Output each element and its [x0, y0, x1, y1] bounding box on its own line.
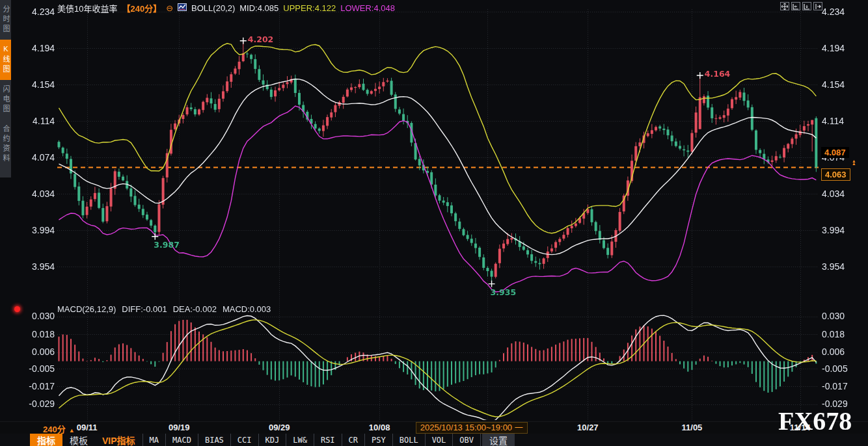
price-tick-label: 4.234 [822, 7, 867, 18]
price-pin-icon[interactable]: ▲▲ [852, 160, 856, 165]
macd-tick-label: -0.017 [822, 381, 867, 392]
selected-bar-time-badge: 2025/10/13 15:00~19:00 一 [416, 422, 528, 434]
price-tick-label: 4.154 [9, 79, 55, 90]
macd-dea-value: DEA:-0.002 [173, 304, 217, 314]
price-tick-label: 4.234 [9, 7, 55, 18]
date-tick-label: 09/29 [269, 423, 290, 432]
price-tick-label: 4.034 [822, 189, 867, 200]
reference-price-marker: 4.087 [821, 147, 849, 158]
tab-PSY[interactable]: PSY [364, 434, 392, 446]
price-tick-label: 4.194 [9, 43, 55, 54]
macd-macd-value: MACD:0.003 [223, 304, 271, 314]
boll-upper-value: UPPER:4.122 [283, 3, 336, 13]
sidebar-item-kline[interactable]: K线图 [0, 40, 11, 80]
price-tick-label: 4.114 [822, 116, 867, 127]
tab-CR[interactable]: CR [342, 434, 364, 446]
watermark: FX678 [778, 406, 852, 436]
price-tick-label: 4.114 [9, 116, 55, 127]
sidebar-item-contract-info[interactable]: 合约资料 [0, 120, 11, 169]
macd-tick-label: -0.005 [822, 363, 867, 374]
date-tick-label: 11/05 [682, 423, 703, 432]
price-tick-label: 4.154 [822, 79, 867, 90]
view-sidebar: 分时图 K线图 闪电图 合约资料 [0, 0, 11, 177]
tab-BOLL[interactable]: BOLL [392, 434, 425, 446]
x-axis-scale-icon[interactable] [791, 2, 800, 10]
macd-tick-label: 0.018 [822, 329, 867, 340]
tab-VOL[interactable]: VOL [425, 434, 453, 446]
price-tick-label: 4.194 [822, 43, 867, 54]
interval-tag: 【240分】 [122, 2, 161, 14]
date-tick-label: 09/19 [169, 423, 190, 432]
macd-indicator-label: MACD(26,12,9) [57, 304, 116, 314]
y-axis-scale-icon[interactable] [802, 2, 811, 10]
macd-tick-label: 0.006 [9, 347, 55, 358]
boll-mid-value: MID:4.085 [239, 3, 278, 13]
tab-KDJ[interactable]: KDJ [258, 434, 286, 446]
tab-VIP指标[interactable]: VIP指标 [95, 434, 142, 446]
chart-toolbar [780, 2, 822, 10]
tab-设置[interactable]: 设置 [482, 434, 515, 446]
collapse-panel-icon[interactable] [813, 2, 822, 10]
tab-MACD[interactable]: MACD [165, 434, 198, 446]
pan-icon[interactable] [780, 2, 789, 10]
macd-settings-icon[interactable] [14, 306, 20, 312]
collapse-indicator-icon[interactable]: ⊖ [166, 3, 173, 13]
price-tick-label: 3.954 [9, 261, 55, 272]
tab-CCI[interactable]: CCI [230, 434, 258, 446]
macd-header: MACD(26,12,9) DIFF:-0.001 DEA:-0.002 MAC… [57, 304, 271, 314]
date-tick-label: 10/27 [577, 423, 599, 432]
date-tick-label: 10/08 [369, 423, 390, 432]
macd-tick-label: 0.006 [822, 347, 867, 358]
tab-MA[interactable]: MA [142, 434, 165, 446]
price-tick-label: 3.954 [822, 261, 867, 272]
boll-indicator-label: BOLL(20,2) [191, 3, 235, 13]
tab-RSI[interactable]: RSI [314, 434, 342, 446]
chevron-up-icon: ▲ [69, 427, 75, 434]
macd-tick-label: 0.018 [9, 329, 55, 340]
indicator-chart-icon[interactable] [178, 3, 187, 13]
macd-tick-label: 0.030 [9, 311, 55, 322]
sidebar-item-flash[interactable]: 闪电图 [0, 80, 11, 120]
boll-lower-value: LOWER:4.048 [340, 3, 395, 13]
macd-tick-label: 0.030 [822, 311, 867, 322]
tab-指标[interactable]: 指标 [30, 434, 62, 446]
sidebar-item-timeline[interactable]: 分时图 [0, 0, 11, 40]
price-tick-label: 4.034 [9, 189, 55, 200]
price-tick-label: 3.994 [822, 225, 867, 236]
date-tick-label: 09/11 [77, 423, 98, 432]
macd-tick-label: -0.005 [9, 363, 55, 374]
date-axis-row: 240分▲ 2025/10/13 15:00~19:00 一 09/1109/1… [0, 421, 868, 434]
chart-header: 美债10年收益率 【240分】 ⊖ BOLL(20,2) MID:4.085 U… [57, 2, 395, 14]
tab-OBV[interactable]: OBV [452, 434, 481, 446]
tab-LW&[interactable]: LW& [286, 434, 314, 446]
kline-chart-app: 分时图 K线图 闪电图 合约资料 美债10年收益率 【240分】 ⊖ BOLL(… [0, 0, 868, 446]
main-chart-canvas[interactable] [0, 0, 868, 446]
macd-diff-value: DIFF:-0.001 [122, 304, 167, 314]
macd-tick-label: -0.017 [9, 381, 55, 392]
symbol-title: 美债10年收益率 [57, 2, 117, 14]
tab-BIAS[interactable]: BIAS [198, 434, 230, 446]
tab-模板[interactable]: 模板 [62, 434, 95, 446]
indicator-tabbar: 指标模板VIP指标MAMACDBIASCCIKDJLW&RSICRPSYBOLL… [0, 434, 868, 446]
last-price-marker: 4.063 [821, 168, 850, 181]
price-tick-label: 4.074 [9, 152, 55, 163]
macd-tick-label: -0.029 [9, 399, 55, 410]
price-tick-label: 3.994 [9, 225, 55, 236]
